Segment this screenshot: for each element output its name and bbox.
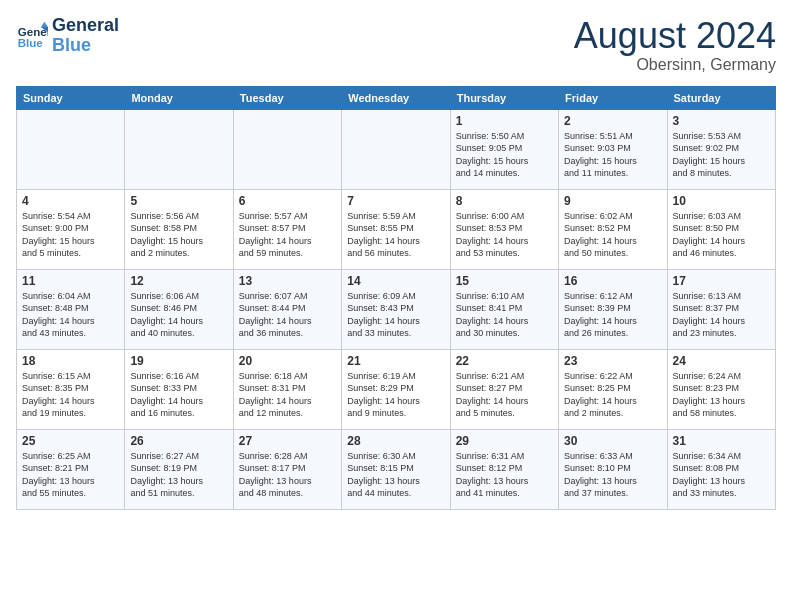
calendar-cell — [17, 109, 125, 189]
calendar-cell: 15Sunrise: 6:10 AMSunset: 8:41 PMDayligh… — [450, 269, 558, 349]
day-info: Sunrise: 6:03 AMSunset: 8:50 PMDaylight:… — [673, 210, 770, 260]
day-number: 4 — [22, 194, 119, 208]
day-number: 8 — [456, 194, 553, 208]
day-number: 24 — [673, 354, 770, 368]
day-info: Sunrise: 6:00 AMSunset: 8:53 PMDaylight:… — [456, 210, 553, 260]
day-number: 27 — [239, 434, 336, 448]
day-number: 14 — [347, 274, 444, 288]
day-info: Sunrise: 6:34 AMSunset: 8:08 PMDaylight:… — [673, 450, 770, 500]
header-tuesday: Tuesday — [233, 86, 341, 109]
header-wednesday: Wednesday — [342, 86, 450, 109]
day-number: 21 — [347, 354, 444, 368]
day-number: 16 — [564, 274, 661, 288]
day-info: Sunrise: 5:53 AMSunset: 9:02 PMDaylight:… — [673, 130, 770, 180]
day-info: Sunrise: 6:02 AMSunset: 8:52 PMDaylight:… — [564, 210, 661, 260]
day-number: 28 — [347, 434, 444, 448]
calendar-cell: 12Sunrise: 6:06 AMSunset: 8:46 PMDayligh… — [125, 269, 233, 349]
calendar-cell: 3Sunrise: 5:53 AMSunset: 9:02 PMDaylight… — [667, 109, 775, 189]
day-number: 17 — [673, 274, 770, 288]
calendar-cell: 24Sunrise: 6:24 AMSunset: 8:23 PMDayligh… — [667, 349, 775, 429]
calendar-cell: 8Sunrise: 6:00 AMSunset: 8:53 PMDaylight… — [450, 189, 558, 269]
day-info: Sunrise: 6:16 AMSunset: 8:33 PMDaylight:… — [130, 370, 227, 420]
day-info: Sunrise: 6:22 AMSunset: 8:25 PMDaylight:… — [564, 370, 661, 420]
day-number: 3 — [673, 114, 770, 128]
day-info: Sunrise: 6:24 AMSunset: 8:23 PMDaylight:… — [673, 370, 770, 420]
calendar-cell: 6Sunrise: 5:57 AMSunset: 8:57 PMDaylight… — [233, 189, 341, 269]
calendar-cell: 25Sunrise: 6:25 AMSunset: 8:21 PMDayligh… — [17, 429, 125, 509]
day-number: 22 — [456, 354, 553, 368]
day-info: Sunrise: 6:21 AMSunset: 8:27 PMDaylight:… — [456, 370, 553, 420]
calendar-cell: 10Sunrise: 6:03 AMSunset: 8:50 PMDayligh… — [667, 189, 775, 269]
day-info: Sunrise: 5:50 AMSunset: 9:05 PMDaylight:… — [456, 130, 553, 180]
calendar-cell: 19Sunrise: 6:16 AMSunset: 8:33 PMDayligh… — [125, 349, 233, 429]
day-number: 25 — [22, 434, 119, 448]
calendar-cell: 30Sunrise: 6:33 AMSunset: 8:10 PMDayligh… — [559, 429, 667, 509]
header-monday: Monday — [125, 86, 233, 109]
header-sunday: Sunday — [17, 86, 125, 109]
day-info: Sunrise: 6:31 AMSunset: 8:12 PMDaylight:… — [456, 450, 553, 500]
day-number: 19 — [130, 354, 227, 368]
calendar-cell: 16Sunrise: 6:12 AMSunset: 8:39 PMDayligh… — [559, 269, 667, 349]
calendar-header-row: Sunday Monday Tuesday Wednesday Thursday… — [17, 86, 776, 109]
calendar-table: Sunday Monday Tuesday Wednesday Thursday… — [16, 86, 776, 510]
week-row-5: 25Sunrise: 6:25 AMSunset: 8:21 PMDayligh… — [17, 429, 776, 509]
calendar-cell: 13Sunrise: 6:07 AMSunset: 8:44 PMDayligh… — [233, 269, 341, 349]
logo: General Blue General Blue — [16, 16, 119, 56]
logo-icon: General Blue — [16, 20, 48, 52]
week-row-4: 18Sunrise: 6:15 AMSunset: 8:35 PMDayligh… — [17, 349, 776, 429]
day-info: Sunrise: 6:04 AMSunset: 8:48 PMDaylight:… — [22, 290, 119, 340]
calendar-cell: 22Sunrise: 6:21 AMSunset: 8:27 PMDayligh… — [450, 349, 558, 429]
week-row-2: 4Sunrise: 5:54 AMSunset: 9:00 PMDaylight… — [17, 189, 776, 269]
calendar-cell: 20Sunrise: 6:18 AMSunset: 8:31 PMDayligh… — [233, 349, 341, 429]
calendar-cell — [233, 109, 341, 189]
day-info: Sunrise: 6:13 AMSunset: 8:37 PMDaylight:… — [673, 290, 770, 340]
day-info: Sunrise: 5:56 AMSunset: 8:58 PMDaylight:… — [130, 210, 227, 260]
calendar-cell: 31Sunrise: 6:34 AMSunset: 8:08 PMDayligh… — [667, 429, 775, 509]
title-block: August 2024 Obersinn, Germany — [574, 16, 776, 74]
header-saturday: Saturday — [667, 86, 775, 109]
logo-text-line2: Blue — [52, 36, 119, 56]
calendar-cell: 4Sunrise: 5:54 AMSunset: 9:00 PMDaylight… — [17, 189, 125, 269]
calendar-cell: 23Sunrise: 6:22 AMSunset: 8:25 PMDayligh… — [559, 349, 667, 429]
calendar-cell: 11Sunrise: 6:04 AMSunset: 8:48 PMDayligh… — [17, 269, 125, 349]
day-info: Sunrise: 6:19 AMSunset: 8:29 PMDaylight:… — [347, 370, 444, 420]
day-number: 12 — [130, 274, 227, 288]
calendar-cell — [342, 109, 450, 189]
day-number: 23 — [564, 354, 661, 368]
calendar-cell: 21Sunrise: 6:19 AMSunset: 8:29 PMDayligh… — [342, 349, 450, 429]
header-thursday: Thursday — [450, 86, 558, 109]
page-header: General Blue General Blue August 2024 Ob… — [16, 16, 776, 74]
day-info: Sunrise: 6:06 AMSunset: 8:46 PMDaylight:… — [130, 290, 227, 340]
logo-text-line1: General — [52, 16, 119, 36]
week-row-3: 11Sunrise: 6:04 AMSunset: 8:48 PMDayligh… — [17, 269, 776, 349]
calendar-cell: 1Sunrise: 5:50 AMSunset: 9:05 PMDaylight… — [450, 109, 558, 189]
calendar-cell: 27Sunrise: 6:28 AMSunset: 8:17 PMDayligh… — [233, 429, 341, 509]
day-number: 31 — [673, 434, 770, 448]
day-info: Sunrise: 6:30 AMSunset: 8:15 PMDaylight:… — [347, 450, 444, 500]
day-number: 29 — [456, 434, 553, 448]
day-number: 5 — [130, 194, 227, 208]
day-info: Sunrise: 6:18 AMSunset: 8:31 PMDaylight:… — [239, 370, 336, 420]
week-row-1: 1Sunrise: 5:50 AMSunset: 9:05 PMDaylight… — [17, 109, 776, 189]
day-info: Sunrise: 5:54 AMSunset: 9:00 PMDaylight:… — [22, 210, 119, 260]
calendar-cell: 26Sunrise: 6:27 AMSunset: 8:19 PMDayligh… — [125, 429, 233, 509]
day-info: Sunrise: 5:51 AMSunset: 9:03 PMDaylight:… — [564, 130, 661, 180]
calendar-cell — [125, 109, 233, 189]
calendar-cell: 28Sunrise: 6:30 AMSunset: 8:15 PMDayligh… — [342, 429, 450, 509]
day-number: 30 — [564, 434, 661, 448]
day-info: Sunrise: 6:15 AMSunset: 8:35 PMDaylight:… — [22, 370, 119, 420]
calendar-cell: 5Sunrise: 5:56 AMSunset: 8:58 PMDaylight… — [125, 189, 233, 269]
day-number: 18 — [22, 354, 119, 368]
day-info: Sunrise: 6:27 AMSunset: 8:19 PMDaylight:… — [130, 450, 227, 500]
header-friday: Friday — [559, 86, 667, 109]
calendar-cell: 7Sunrise: 5:59 AMSunset: 8:55 PMDaylight… — [342, 189, 450, 269]
day-info: Sunrise: 5:57 AMSunset: 8:57 PMDaylight:… — [239, 210, 336, 260]
day-info: Sunrise: 6:33 AMSunset: 8:10 PMDaylight:… — [564, 450, 661, 500]
calendar-cell: 9Sunrise: 6:02 AMSunset: 8:52 PMDaylight… — [559, 189, 667, 269]
day-number: 9 — [564, 194, 661, 208]
day-info: Sunrise: 6:09 AMSunset: 8:43 PMDaylight:… — [347, 290, 444, 340]
day-number: 6 — [239, 194, 336, 208]
day-info: Sunrise: 6:07 AMSunset: 8:44 PMDaylight:… — [239, 290, 336, 340]
day-info: Sunrise: 5:59 AMSunset: 8:55 PMDaylight:… — [347, 210, 444, 260]
day-number: 2 — [564, 114, 661, 128]
